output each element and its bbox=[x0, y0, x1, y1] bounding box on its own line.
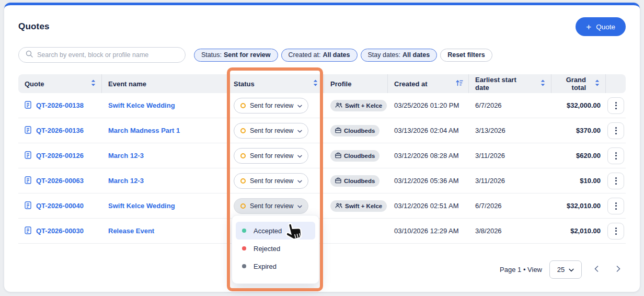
status-pill[interactable]: Sent for review bbox=[234, 148, 308, 164]
event-link[interactable]: March 12-3 bbox=[108, 177, 144, 185]
profile-badge: Cloudbeds bbox=[330, 175, 380, 187]
profile-name: Swift + Kelce bbox=[345, 103, 382, 109]
table-row: QT-2026-00040 Swift Kelce Wedding Sent f… bbox=[18, 193, 626, 219]
reset-filters-button[interactable]: Reset filters bbox=[440, 49, 492, 62]
event-link[interactable]: Swift Kelce Wedding bbox=[108, 202, 175, 210]
row-actions-button[interactable] bbox=[607, 122, 624, 139]
accepted-dot-icon bbox=[242, 229, 246, 233]
status-label: Sent for review bbox=[250, 177, 293, 185]
column-label: Grand total bbox=[558, 76, 586, 92]
status-pill-open[interactable]: Sent for review bbox=[234, 198, 308, 214]
status-option-rejected[interactable]: Rejected bbox=[236, 240, 315, 257]
table-row: QT-2026-00030 Release Event 03/10/2026 1… bbox=[18, 219, 626, 244]
previous-page-button[interactable] bbox=[589, 263, 604, 277]
row-actions-button[interactable] bbox=[607, 173, 624, 189]
status-label: Sent for review bbox=[250, 102, 293, 109]
status-option-accepted[interactable]: Accepted bbox=[236, 222, 315, 240]
briefcase-icon bbox=[335, 152, 341, 160]
profile-name: Cloudbeds bbox=[344, 128, 375, 134]
pagination: Page 1 • View 25 bbox=[18, 260, 626, 279]
add-quote-button[interactable]: + Quote bbox=[576, 17, 626, 36]
document-icon bbox=[25, 126, 31, 135]
page-size-select[interactable]: 25 bbox=[549, 260, 582, 279]
sort-icon[interactable] bbox=[540, 79, 546, 88]
quote-link[interactable]: QT-2026-00136 bbox=[36, 127, 84, 134]
status-pill[interactable]: Sent for review bbox=[234, 123, 308, 139]
chip-label: Created at: bbox=[289, 51, 321, 59]
created-at-cell: 03/12/2026 05:36 AM bbox=[388, 177, 469, 185]
grand-total-cell: $370.00 bbox=[551, 127, 606, 134]
created-at-cell: 03/13/2026 02:04 AM bbox=[388, 127, 469, 134]
event-link[interactable]: Release Event bbox=[108, 227, 154, 235]
chevron-down-icon bbox=[297, 152, 302, 160]
sort-icon[interactable] bbox=[313, 79, 318, 88]
status-option-expired[interactable]: Expired bbox=[236, 257, 315, 275]
grand-total-cell: $32,000.00 bbox=[551, 101, 606, 109]
event-link[interactable]: March Madness Part 1 bbox=[108, 127, 180, 134]
row-actions-button[interactable] bbox=[607, 198, 624, 214]
earliest-start-cell: 3/8/2026 bbox=[469, 227, 551, 235]
chevron-down-icon bbox=[297, 177, 302, 185]
quote-link[interactable]: QT-2026-00063 bbox=[36, 177, 84, 185]
status-dot-icon bbox=[240, 203, 246, 209]
profile-badge: Swift + Kelce bbox=[330, 100, 387, 111]
filter-chips: Status: Sent for review Created at: All … bbox=[194, 49, 492, 62]
column-header-status[interactable]: Status bbox=[227, 74, 324, 93]
filter-chip-status[interactable]: Status: Sent for review bbox=[194, 49, 278, 62]
status-pill[interactable]: Sent for review bbox=[234, 173, 308, 189]
search-box[interactable] bbox=[18, 47, 186, 63]
people-icon bbox=[335, 102, 342, 109]
table-row: QT-2026-00136 March Madness Part 1 Sent … bbox=[18, 118, 626, 143]
chevron-down-icon bbox=[569, 266, 574, 274]
status-dot-icon bbox=[240, 128, 246, 133]
column-header-actions bbox=[606, 74, 626, 93]
column-header-created-at[interactable]: Created at bbox=[388, 74, 469, 93]
column-header-grand-total[interactable]: Grand total bbox=[551, 74, 606, 93]
grand-total-cell: $2,010.00 bbox=[551, 227, 606, 235]
sort-icon[interactable] bbox=[90, 79, 96, 88]
chip-label: Status: bbox=[201, 51, 222, 59]
column-header-profile[interactable]: Profile bbox=[324, 74, 388, 93]
page-size-value: 25 bbox=[557, 266, 565, 274]
status-dot-icon bbox=[240, 103, 246, 108]
quote-link[interactable]: QT-2026-00040 bbox=[36, 202, 84, 210]
column-label: Created at bbox=[394, 80, 428, 88]
event-link[interactable]: Swift Kelce Wedding bbox=[108, 101, 175, 109]
event-link[interactable]: March 12-3 bbox=[108, 152, 144, 160]
profile-name: Swift + Kelce bbox=[345, 203, 382, 209]
grand-total-cell: $10.00 bbox=[551, 177, 606, 185]
profile-name: Cloudbeds bbox=[344, 178, 375, 184]
quote-link[interactable]: QT-2026-00138 bbox=[36, 101, 84, 109]
row-actions-button[interactable] bbox=[607, 223, 624, 240]
option-label: Expired bbox=[254, 263, 277, 270]
quote-link[interactable]: QT-2026-00030 bbox=[36, 227, 84, 235]
created-at-cell: 03/12/2026 02:51 AM bbox=[388, 202, 469, 210]
filter-chip-stay-dates[interactable]: Stay dates: All dates bbox=[361, 49, 438, 62]
earliest-start-cell: 6/7/2026 bbox=[469, 202, 551, 210]
filter-chip-created-at[interactable]: Created at: All dates bbox=[281, 49, 358, 62]
chip-label: Stay dates: bbox=[368, 51, 401, 59]
quotes-panel: Quotes + Quote Status: Sent for review C… bbox=[4, 3, 640, 292]
status-label: Sent for review bbox=[250, 127, 293, 134]
chip-value: All dates bbox=[402, 51, 430, 59]
briefcase-icon bbox=[335, 177, 341, 185]
column-label: Event name bbox=[108, 80, 146, 88]
next-page-button[interactable] bbox=[611, 263, 626, 277]
row-actions-button[interactable] bbox=[607, 97, 624, 114]
sort-descending-icon[interactable] bbox=[456, 79, 463, 88]
sort-icon[interactable] bbox=[594, 79, 600, 88]
search-input[interactable] bbox=[37, 51, 178, 59]
quotes-table: Quote Event name Status Profile Created … bbox=[18, 74, 626, 244]
quote-link[interactable]: QT-2026-00126 bbox=[36, 152, 84, 160]
document-icon bbox=[25, 101, 31, 110]
search-icon bbox=[26, 50, 33, 60]
row-actions-button[interactable] bbox=[607, 147, 624, 164]
status-pill[interactable]: Sent for review bbox=[234, 98, 308, 113]
table-row: QT-2026-00063 March 12-3 Sent for review… bbox=[18, 168, 626, 193]
column-header-event-name[interactable]: Event name bbox=[102, 74, 227, 93]
column-header-quote[interactable]: Quote bbox=[18, 74, 102, 93]
chip-label: Reset filters bbox=[447, 51, 485, 59]
table-row: QT-2026-00138 Swift Kelce Wedding Sent f… bbox=[18, 93, 626, 118]
created-at-cell: 03/25/2026 01:20 PM bbox=[388, 101, 469, 109]
column-header-earliest-start-date[interactable]: Earliest start date bbox=[469, 74, 551, 93]
